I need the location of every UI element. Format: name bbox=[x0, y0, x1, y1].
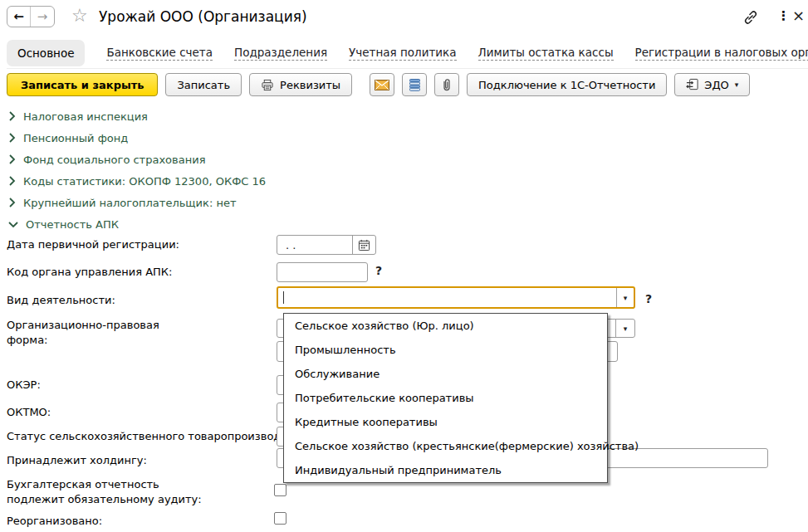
activity-kind-input[interactable] bbox=[278, 288, 616, 307]
stacked-discs-icon bbox=[409, 79, 420, 91]
calendar-icon bbox=[358, 239, 370, 251]
section-apk-reporting[interactable]: Отчетность АПК bbox=[0, 213, 808, 235]
envelope-icon bbox=[375, 80, 389, 90]
save-button[interactable]: Записать bbox=[165, 73, 242, 96]
edo-label: ЭДО bbox=[704, 79, 728, 91]
activity-kind-dropdown-arrow[interactable]: ▾ bbox=[616, 288, 634, 307]
dropdown-item-agriculture-legal[interactable]: Сельское хозяйство (Юр. лицо) bbox=[284, 314, 607, 338]
section-label: Крупнейший налогоплательщик: нет bbox=[23, 197, 237, 209]
registration-date-field[interactable]: . . bbox=[277, 235, 376, 255]
close-icon[interactable]: × bbox=[792, 7, 805, 24]
apk-authority-code-input[interactable] bbox=[277, 262, 368, 282]
forward-button[interactable]: → bbox=[31, 7, 54, 27]
dropdown-item-credit-cooperatives[interactable]: Кредитные кооперативы bbox=[284, 410, 607, 434]
discussions-button[interactable] bbox=[402, 73, 427, 96]
tab-cash-limits[interactable]: Лимиты остатка кассы bbox=[478, 46, 614, 61]
chevron-right-icon bbox=[8, 154, 16, 164]
requisites-button[interactable]: Реквизиты bbox=[249, 73, 352, 96]
section-label: Фонд социального страхования bbox=[23, 154, 205, 166]
tab-bar: Основное Банковские счета Подразделения … bbox=[7, 38, 808, 69]
oktmo-label: ОКТМО: bbox=[7, 406, 51, 418]
favorite-star-icon[interactable]: ☆ bbox=[71, 5, 88, 26]
dropdown-item-individual-entrepreneur[interactable]: Индивидуальный предприниматель bbox=[284, 458, 607, 482]
section-list: Налоговая инспекция Пенсионный фонд Фонд… bbox=[0, 105, 808, 235]
get-link-icon[interactable] bbox=[742, 9, 759, 29]
tab-tax-registrations[interactable]: Регистрации в налоговых органах bbox=[635, 46, 808, 61]
legal-form-dropdown-arrow[interactable]: ▾ bbox=[615, 320, 634, 337]
chevron-right-icon bbox=[8, 133, 16, 143]
more-menu-icon[interactable]: ⋮ bbox=[777, 8, 790, 23]
connect-1c-reporting-button[interactable]: Подключение к 1С-Отчетности bbox=[467, 73, 667, 96]
audit-label-line2: подлежит обязательному аудиту: bbox=[7, 493, 202, 505]
audit-checkbox[interactable] bbox=[274, 484, 286, 496]
section-label: Отчетность АПК bbox=[26, 218, 119, 231]
text-cursor bbox=[283, 291, 284, 304]
reorganized-checkbox[interactable] bbox=[274, 512, 286, 525]
attachments-button[interactable] bbox=[434, 73, 459, 96]
activity-kind-label: Вид деятельности: bbox=[7, 294, 115, 306]
legal-form-label-line2: форма: bbox=[7, 334, 47, 346]
registration-date-label: Дата первичной регистрации: bbox=[7, 238, 179, 251]
apk-authority-code-label: Код органа управления АПК: bbox=[7, 266, 172, 278]
section-pension-fund[interactable]: Пенсионный фонд bbox=[0, 127, 808, 149]
chevron-right-icon bbox=[8, 198, 16, 207]
section-label: Пенсионный фонд bbox=[23, 132, 128, 144]
section-label: Налоговая инспекция bbox=[23, 110, 148, 123]
producer-status-label: Статус сельскохозяйственного товаропроиз… bbox=[7, 430, 318, 442]
section-label: Коды статистики: ОКОПФ 12300, ОКФС 16 bbox=[23, 175, 266, 188]
section-tax-inspection[interactable]: Налоговая инспекция bbox=[0, 105, 808, 127]
organization-form-window: ← → ☆ Урожай ООО (Организация) ⋮ × Основ… bbox=[0, 0, 808, 532]
history-nav-group: ← → bbox=[7, 6, 55, 27]
printer-icon bbox=[261, 79, 274, 91]
dropdown-item-industry[interactable]: Промышленность bbox=[284, 338, 607, 362]
dropdown-item-service[interactable]: Обслуживание bbox=[284, 362, 607, 386]
chevron-right-icon bbox=[8, 176, 16, 186]
holding-label: Принадлежит холдингу: bbox=[7, 454, 147, 466]
dropdown-item-farm-households[interactable]: Сельское хозяйство (крестьянские(фермерс… bbox=[284, 434, 607, 458]
calendar-button[interactable] bbox=[352, 236, 375, 254]
tab-accounting-policy[interactable]: Учетная политика bbox=[349, 46, 456, 61]
edo-exchange-icon bbox=[686, 78, 698, 91]
activity-kind-dropdown-list: Сельское хозяйство (Юр. лицо) Промышленн… bbox=[283, 313, 608, 483]
page-title: Урожай ООО (Организация) bbox=[99, 8, 307, 25]
apk-code-help-link[interactable]: ? bbox=[375, 264, 382, 277]
reorganized-label: Реорганизовано: bbox=[7, 515, 102, 527]
send-email-button[interactable] bbox=[370, 73, 394, 96]
tab-subdivisions[interactable]: Подразделения bbox=[234, 46, 327, 61]
back-button[interactable]: ← bbox=[7, 7, 31, 27]
oker-label: ОКЭР: bbox=[7, 378, 41, 391]
tab-main[interactable]: Основное bbox=[7, 40, 85, 66]
toolbar: Записать и закрыть Записать Реквизиты bbox=[7, 73, 750, 96]
save-and-close-button[interactable]: Записать и закрыть bbox=[7, 73, 158, 96]
chevron-down-icon bbox=[8, 221, 18, 228]
edo-caret-icon: ▾ bbox=[735, 81, 739, 89]
chain-link-icon bbox=[742, 9, 759, 26]
section-social-insurance[interactable]: Фонд социального страхования bbox=[0, 149, 808, 170]
paperclip-icon bbox=[441, 78, 453, 91]
registration-date-value: . . bbox=[277, 236, 352, 254]
tab-bank-accounts[interactable]: Банковские счета bbox=[106, 46, 213, 61]
edo-button[interactable]: ЭДО ▾ bbox=[674, 73, 750, 96]
audit-label-line1: Бухгалтерская отчетность bbox=[7, 478, 159, 491]
chevron-right-icon bbox=[8, 111, 16, 121]
dropdown-item-consumer-cooperatives[interactable]: Потребительские кооперативы bbox=[284, 386, 607, 410]
activity-kind-help-link[interactable]: ? bbox=[645, 292, 652, 305]
legal-form-label-line1: Организационно-правовая bbox=[7, 319, 159, 331]
section-largest-taxpayer[interactable]: Крупнейший налогоплательщик: нет bbox=[0, 192, 808, 213]
section-statistics-codes[interactable]: Коды статистики: ОКОПФ 12300, ОКФС 16 bbox=[0, 170, 808, 192]
requisites-label: Реквизиты bbox=[280, 79, 340, 91]
activity-kind-combobox[interactable]: ▾ bbox=[277, 286, 635, 309]
